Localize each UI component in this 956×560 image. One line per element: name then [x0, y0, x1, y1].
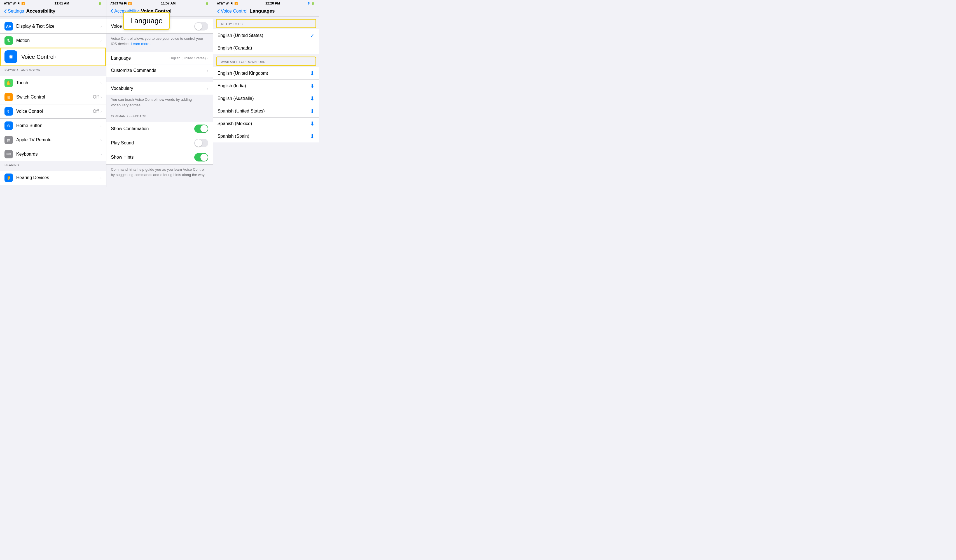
chevron-switch-control: › [101, 95, 102, 99]
chevron-language: › [207, 56, 208, 60]
panel-voice-control: AT&T Wi-Fi 📶 11:57 AM 🔋 Accessibility Vo… [106, 0, 213, 187]
language-popup: Language [123, 12, 170, 30]
play-sound-label: Play Sound [111, 141, 194, 146]
switch-control-item[interactable]: ⊞ Switch Control Off › [0, 90, 106, 104]
ready-items-section: English (United States) ✓ English (Canad… [213, 30, 319, 54]
panel3-content: READY TO USE English (United States) ✓ E… [213, 17, 319, 187]
voice-control-toggle[interactable] [194, 22, 208, 30]
hearing-devices-item[interactable]: 👂 Hearing Devices › [0, 171, 106, 185]
description-text: Voice Control allows you to use your voi… [111, 36, 203, 46]
back-label-3: Voice Control [221, 9, 247, 14]
play-sound-toggle[interactable] [194, 139, 208, 147]
switch-control-icon: ⊞ [5, 93, 13, 101]
hints-description: Command hints help guide you as you lear… [106, 165, 212, 180]
hearing-symbol: 👂 [6, 176, 11, 180]
keyboards-label: Keyboards [16, 152, 101, 157]
display-label: Display & Text Size [16, 24, 101, 29]
switch-control-label: Switch Control [16, 94, 93, 100]
touch-icon-symbol: ✋ [6, 80, 11, 86]
status-left-1: AT&T Wi-Fi 📶 [4, 2, 25, 5]
language-label: Language [111, 56, 168, 61]
gap-1 [106, 77, 212, 80]
voice-control-featured-icon [5, 50, 17, 63]
voice-control-description: Voice Control allows you to use your voi… [106, 34, 212, 49]
english-australia-label: English (Australia) [217, 96, 310, 101]
touch-label: Touch [16, 80, 101, 85]
english-canada-item[interactable]: English (Canada) [213, 42, 319, 54]
english-us-item[interactable]: English (United States) ✓ [213, 30, 319, 42]
wifi-icon-3: 📶 [234, 2, 238, 5]
touch-icon: ✋ [5, 78, 13, 87]
english-australia-item[interactable]: English (Australia) ⬇ [213, 93, 319, 105]
status-left-3: AT&T Wi-Fi 📶 [217, 2, 238, 5]
apple-tv-symbol: ▤ [7, 138, 11, 142]
download-icon-india: ⬇ [310, 83, 314, 89]
motion-item[interactable]: ↻ Motion › [0, 34, 106, 47]
language-section: Language English (United States) › Custo… [106, 52, 212, 77]
ready-to-use-wrapper: READY TO USE [213, 17, 319, 30]
apple-tv-remote-label: Apple TV Remote [16, 137, 101, 143]
spanish-mexico-item[interactable]: Spanish (Mexico) ⬇ [213, 118, 319, 130]
checkmark-english-us: ✓ [310, 32, 314, 39]
ready-to-use-header-box: READY TO USE [216, 19, 316, 28]
battery-icon-3: 🔋 [311, 2, 315, 5]
show-confirmation-toggle[interactable] [194, 124, 208, 133]
voice-control-featured-item[interactable]: Voice Control › [0, 47, 106, 66]
time-3: 12:20 PM [266, 2, 280, 5]
nav-bar-1: Settings Accessibility [0, 7, 106, 17]
home-button-item[interactable]: ⊙ Home Button › [0, 119, 106, 133]
language-item[interactable]: Language English (United States) › [106, 52, 212, 64]
status-bar-1: AT&T Wi-Fi 📶 11:01 AM 🔋 [0, 0, 106, 7]
available-download-header-box: AVAILABLE FOR DOWNLOAD [216, 56, 316, 66]
voice-control-list-symbol: 🎙 [7, 109, 11, 114]
battery-1: 🔋 [98, 2, 102, 5]
chevron-touch: › [101, 81, 102, 85]
vocabulary-label: Vocabulary [111, 86, 207, 91]
english-us-label: English (United States) [217, 33, 310, 38]
battery-2: 🔋 [205, 2, 209, 5]
hearing-devices-label: Hearing Devices [16, 175, 101, 180]
show-confirmation-row: Show Confirmation [106, 122, 212, 136]
customize-commands-item[interactable]: Customize Commands › [106, 64, 212, 77]
back-button-3[interactable]: Voice Control [217, 9, 247, 14]
wifi-icon-1: 📶 [21, 2, 25, 5]
show-hints-toggle[interactable] [194, 153, 208, 162]
back-button-1[interactable]: Settings [4, 9, 24, 14]
english-uk-label: English (United Kingdom) [217, 71, 310, 76]
show-hints-row: Show Hints [106, 150, 212, 165]
apple-tv-remote-item[interactable]: ▤ Apple TV Remote › [0, 133, 106, 147]
hearing-devices-icon: 👂 [5, 174, 13, 182]
chevron-customize: › [207, 68, 208, 73]
spanish-spain-item[interactable]: Spanish (Spain) ⬇ [213, 130, 319, 143]
hints-desc-text: Command hints help guide you as you lear… [111, 167, 205, 177]
english-uk-item[interactable]: English (United Kingdom) ⬇ [213, 67, 319, 80]
status-bar-2: AT&T Wi-Fi 📶 11:57 AM 🔋 [106, 0, 212, 7]
learn-more-link[interactable]: Learn more... [131, 42, 152, 46]
download-icon-spanish-mx: ⬇ [310, 120, 314, 127]
ready-to-use-label: READY TO USE [221, 22, 245, 26]
chevron-apple-tv: › [101, 138, 102, 142]
touch-item[interactable]: ✋ Touch › [0, 76, 106, 90]
download-icon-spanish-es: ⬇ [310, 133, 314, 140]
motion-icon-symbol: ↻ [7, 38, 11, 43]
english-india-item[interactable]: English (India) ⬇ [213, 80, 319, 93]
display-text-size-item[interactable]: AA Display & Text Size › [0, 19, 106, 34]
command-feedback-header: COMMAND FEEDBACK [106, 111, 212, 119]
switch-control-value: Off [93, 94, 99, 100]
keyboards-item[interactable]: ⌨ Keyboards › [0, 147, 106, 161]
spanish-us-item[interactable]: Spanish (United States) ⬇ [213, 105, 319, 118]
voice-control-list-item[interactable]: 🎙 Voice Control Off › [0, 104, 106, 119]
time-2: 11:57 AM [161, 2, 176, 5]
chevron-keyboards: › [101, 152, 102, 157]
mic-icon: 🎙 [307, 2, 310, 5]
home-button-icon: ⊙ [5, 121, 13, 130]
vocabulary-item[interactable]: Vocabulary › [106, 82, 212, 94]
battery-icon-2: 🔋 [205, 2, 209, 5]
customize-commands-label: Customize Commands [111, 68, 207, 73]
battery-icon-1: 🔋 [98, 2, 102, 5]
panel-languages: AT&T Wi-Fi 📶 12:20 PM 🎙 🔋 Voice Control … [213, 0, 319, 187]
vision-section: AA Display & Text Size › ↻ Motion › [0, 19, 106, 47]
battery-3: 🎙 🔋 [307, 2, 315, 5]
physical-motor-section: ✋ Touch › ⊞ Switch Control Off › 🎙 [0, 76, 106, 161]
show-confirmation-label: Show Confirmation [111, 126, 194, 131]
